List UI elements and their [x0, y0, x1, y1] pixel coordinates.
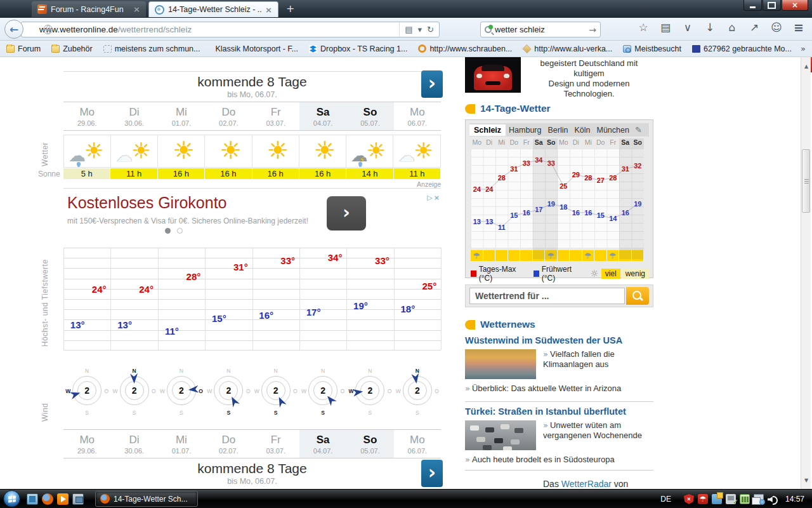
network-icon[interactable]	[754, 494, 764, 504]
show-desktop-icon[interactable]	[27, 493, 38, 505]
usb-device-icon[interactable]: ✓	[726, 494, 736, 504]
adchoices-close-icon[interactable]: ×	[434, 194, 441, 202]
day-column-fr[interactable]: Fr03.07.	[252, 102, 299, 130]
edit-cities-pencil-icon[interactable]: ✎	[635, 125, 642, 135]
volume-icon[interactable]	[768, 494, 778, 504]
downloads-icon[interactable]: ↓	[703, 21, 717, 34]
day-column-mi[interactable]: Mi01.07.	[158, 430, 205, 458]
day-column-do[interactable]: Do02.07.	[205, 430, 252, 458]
battery-icon[interactable]	[740, 494, 750, 504]
city-tab-berlin[interactable]: Berlin	[545, 124, 572, 136]
day-column-fr[interactable]: Fr03.07.	[252, 430, 299, 458]
bookmark-item[interactable]: Zubehör	[51, 44, 93, 53]
taskbar-firefox-task[interactable]: 14-Tage-Wetter Sch...	[95, 491, 198, 507]
bookmark-item[interactable]: Meistbesucht	[623, 44, 681, 53]
bookmark-item[interactable]: Dropbox - TS Racing 1...	[309, 44, 407, 53]
bookmark-item[interactable]: meistens zum schmun...	[103, 44, 200, 53]
news-related-link[interactable]: »Auch heute brodelt es in Südosteuropa	[465, 455, 653, 464]
pocket-icon[interactable]: ∨	[681, 21, 695, 34]
hello-smiley-icon[interactable]: ☺	[769, 21, 783, 34]
news-article-title[interactable]: Wüstenwind im Südwesten der USA	[465, 335, 653, 345]
radar-link[interactable]: WetterRadar	[561, 479, 612, 489]
news-article-title[interactable]: Türkei: Straßen in Istanbul überflutet	[465, 406, 653, 417]
reload-icon[interactable]: ↻	[427, 25, 434, 34]
scrollbar-down-icon[interactable]: ▼	[802, 476, 811, 485]
city-tab-köln[interactable]: Köln	[571, 124, 593, 136]
news-article-image[interactable]	[465, 349, 536, 379]
day-column-mo[interactable]: Mo06.07.	[394, 102, 441, 130]
bookmark-item[interactable]: Forum	[6, 44, 41, 53]
bookmark-star-icon[interactable]: ☆	[636, 21, 650, 34]
bookmarks-menu-icon[interactable]: ▤	[658, 21, 672, 34]
security-alert-icon[interactable]: ×	[684, 494, 694, 504]
antivirus-umbrella-icon[interactable]: ☂	[698, 494, 708, 504]
news-related-link[interactable]: »Überblick: Das aktuelle Wetter in Arizo…	[465, 384, 653, 393]
media-player-icon[interactable]	[57, 493, 69, 505]
day-column-mi[interactable]: Mi01.07.	[158, 102, 205, 130]
tab-close-icon[interactable]: ×	[265, 5, 272, 15]
scrollbar-up-icon[interactable]: ▲	[802, 62, 811, 71]
news-article-image[interactable]	[465, 420, 536, 450]
reader-list-icon[interactable]: ▤	[405, 25, 412, 34]
ad-carousel-dots[interactable]	[165, 228, 183, 234]
ad-banner[interactable]: Anzeige ▷× Kostenloses Girokonto mit 150…	[63, 188, 441, 244]
scrollbar-thumb[interactable]	[802, 149, 810, 213]
share-icon[interactable]: ↗	[747, 21, 761, 34]
search-input[interactable]	[495, 25, 586, 34]
window-switcher-icon[interactable]	[72, 493, 84, 505]
city-tab-schleiz[interactable]: Schleiz	[469, 124, 506, 136]
day-column-di[interactable]: Di30.06.	[110, 102, 157, 130]
carousel-dot-active[interactable]	[165, 228, 171, 234]
maximize-button[interactable]	[763, 0, 781, 11]
search-go-icon[interactable]: →	[589, 25, 596, 35]
day-column-so[interactable]: So05.07.	[346, 102, 393, 130]
next-period-button[interactable]: ›	[421, 70, 443, 98]
trend-search-button[interactable]	[626, 287, 649, 305]
day-column-do[interactable]: Do02.07.	[205, 102, 252, 130]
url-dropdown-icon[interactable]: ▾	[418, 25, 422, 34]
car-ad-text[interactable]: begeistert Deutschland mit kultigem Desi…	[524, 58, 654, 99]
close-button[interactable]: ×	[782, 0, 808, 11]
tab-close-icon[interactable]: ×	[133, 4, 140, 14]
carousel-dot[interactable]	[177, 228, 183, 234]
ad-headline[interactable]: Kostenloses Girokonto	[67, 194, 227, 212]
tab-wetter-schleiz[interactable]: 14-Tage-Wetter Schleiz - ... ×	[148, 1, 278, 17]
adchoices-icons[interactable]: ▷×	[427, 194, 441, 202]
firefox-quicklaunch-icon[interactable]	[42, 493, 53, 505]
day-column-mo[interactable]: Mo29.06.	[63, 102, 110, 130]
back-button[interactable]: ←	[4, 20, 23, 39]
day-column-sa[interactable]: Sa04.07.	[299, 102, 346, 130]
bookmark-item[interactable]: http://www.schrauben...	[418, 44, 512, 53]
minimize-button[interactable]	[743, 0, 762, 11]
city-tab-hamburg[interactable]: Hamburg	[506, 124, 544, 136]
trend-search-input[interactable]	[469, 288, 625, 304]
ad-next-button[interactable]: ›	[327, 196, 366, 231]
news-article-teaser[interactable]: »Vielfach fallen die Klimaanlagen aus	[543, 349, 655, 370]
url-bar[interactable]: www.wetteronline.de /wettertrend/schleiz…	[21, 22, 440, 37]
tab-forum-racing4fun[interactable]: Forum - Racing4Fun ×	[32, 1, 146, 17]
news-article-teaser[interactable]: »Unwetter wüten am vergangenen Wochenend…	[543, 420, 655, 441]
search-box[interactable]: →	[480, 22, 601, 37]
hamburger-menu-icon[interactable]: ≡	[792, 20, 806, 34]
photo-app-icon[interactable]	[712, 494, 722, 504]
home-icon[interactable]: ⌂	[725, 21, 739, 34]
day-column-mo[interactable]: Mo06.07.	[394, 430, 441, 458]
day-column-sa[interactable]: Sa04.07.	[299, 430, 346, 458]
next-period-button[interactable]: ›	[421, 460, 443, 487]
page-scrollbar[interactable]: ▲ ▼	[801, 57, 811, 489]
bookmark-item[interactable]: http://www.alu-verka...	[523, 44, 612, 53]
start-button[interactable]	[3, 490, 20, 507]
new-tab-button[interactable]: +	[281, 3, 299, 17]
clock[interactable]: 14:57	[785, 495, 804, 504]
bookmark-item[interactable]: 627962 gebrauchte Mo...	[692, 44, 792, 53]
bookmarks-overflow-icon[interactable]: »	[794, 44, 812, 53]
car-ad-image[interactable]	[465, 57, 521, 93]
city-tab-münchen[interactable]: München	[594, 124, 632, 136]
day-column-mo[interactable]: Mo29.06.	[63, 430, 110, 458]
day-column-di[interactable]: Di30.06.	[110, 430, 157, 458]
language-indicator[interactable]: DE	[660, 495, 671, 504]
bookmark-item[interactable]: Klassik Motorsport - F...	[211, 44, 298, 53]
adchoices-triangle-icon[interactable]: ▷	[427, 194, 433, 202]
day-column-so[interactable]: So05.07.	[346, 430, 393, 458]
mini-chart-plot[interactable]: 2424283133343325292827283132131311151617…	[471, 149, 644, 248]
